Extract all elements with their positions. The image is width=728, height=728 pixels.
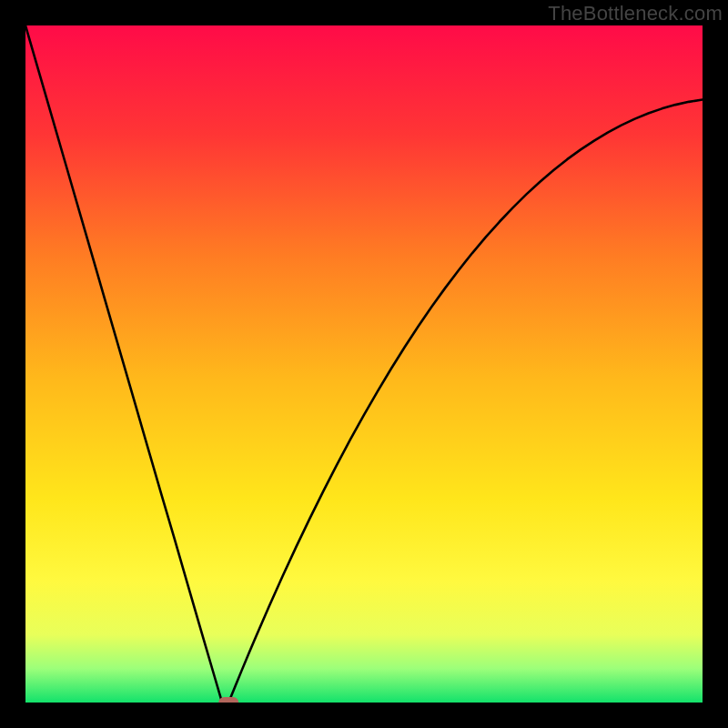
optimum-marker <box>218 697 238 703</box>
chart-frame: TheBottleneck.com <box>0 0 728 728</box>
plot-area <box>25 25 703 703</box>
chart-svg <box>25 25 703 703</box>
watermark-text: TheBottleneck.com <box>548 2 723 25</box>
chart-background <box>25 25 703 703</box>
